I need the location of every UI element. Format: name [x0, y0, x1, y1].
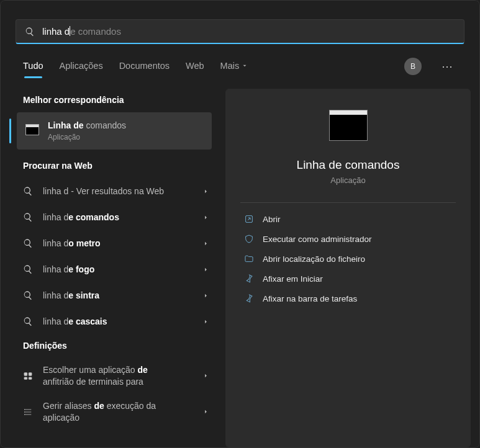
- cmd-icon: [25, 124, 39, 138]
- section-settings: Definições: [9, 334, 218, 358]
- terminal-settings-icon: [23, 371, 33, 381]
- web-result-1[interactable]: linha de comandos: [9, 204, 218, 230]
- preview-app-icon: [329, 110, 368, 141]
- action-label: Executar como administrador: [263, 235, 372, 244]
- tab-more[interactable]: Mais: [220, 61, 248, 78]
- action-label: Afixar na barra de tarefas: [263, 294, 357, 303]
- open-icon: [244, 214, 254, 224]
- chevron-right-icon: [202, 372, 209, 379]
- action-open[interactable]: Abrir: [240, 209, 456, 229]
- chevron-right-icon: [202, 266, 209, 273]
- divider: [240, 202, 456, 203]
- action-label: Abrir: [263, 215, 281, 224]
- chevron-right-icon: [202, 188, 209, 195]
- action-pin-start[interactable]: Afixar em Iniciar: [240, 269, 456, 289]
- shield-icon: [244, 234, 254, 244]
- results-list: Melhor correspondência Linha de comandos…: [9, 89, 218, 447]
- search-icon: [23, 290, 33, 300]
- search-icon: [23, 238, 33, 248]
- pin-icon: [244, 274, 254, 284]
- section-best-match: Melhor correspondência: [9, 89, 218, 112]
- action-run-admin[interactable]: Executar como administrador: [240, 229, 456, 249]
- action-pin-taskbar[interactable]: Afixar na barra de tarefas: [240, 289, 456, 308]
- more-options-button[interactable]: ⋯: [438, 60, 457, 73]
- result-text: linha de sintra: [43, 290, 202, 302]
- search-icon: [23, 212, 33, 222]
- web-result-2[interactable]: linha do metro: [9, 230, 218, 256]
- settings-result-1[interactable]: Gerir aliases de execução daaplicação: [9, 394, 218, 430]
- svg-point-7: [24, 409, 25, 410]
- search-icon: [23, 316, 33, 326]
- search-icon: [25, 27, 35, 37]
- search-input[interactable]: linha de comandos: [42, 26, 455, 37]
- list-settings-icon: [23, 407, 33, 417]
- search-icon: [23, 264, 33, 274]
- result-text: linha de cascais: [43, 316, 202, 328]
- action-label: Afixar em Iniciar: [263, 274, 323, 284]
- action-label: Abrir localização do ficheiro: [263, 254, 365, 264]
- tab-more-label: Mais: [220, 61, 240, 71]
- filter-tabs: Tudo Aplicações Documentos Web Mais B ⋯: [1, 44, 479, 81]
- web-result-5[interactable]: linha de cascais: [9, 308, 218, 334]
- svg-point-8: [24, 411, 25, 412]
- search-icon: [23, 186, 33, 196]
- result-best-match[interactable]: Linha de comandos Aplicação: [17, 112, 212, 150]
- folder-icon: [244, 254, 254, 264]
- svg-rect-0: [24, 373, 27, 376]
- tab-documents[interactable]: Documentos: [119, 61, 170, 78]
- search-typed-text: linha d: [42, 26, 70, 37]
- section-web-search: Procurar na Web: [9, 155, 218, 178]
- tab-web[interactable]: Web: [186, 61, 204, 78]
- result-text: linha d - Ver resultados na Web: [43, 186, 202, 197]
- preview-subtitle: Aplicação: [240, 176, 456, 185]
- svg-rect-3: [29, 377, 32, 379]
- search-ghost-text: e comandos: [70, 26, 121, 37]
- result-text: Gerir aliases de execução daaplicação: [43, 400, 202, 424]
- action-open-location[interactable]: Abrir localização do ficheiro: [240, 249, 456, 269]
- svg-rect-1: [29, 373, 32, 376]
- pin-icon: [244, 293, 254, 303]
- tab-apps[interactable]: Aplicações: [60, 61, 103, 78]
- web-result-0[interactable]: linha d - Ver resultados na Web: [9, 178, 218, 204]
- chevron-right-icon: [202, 240, 209, 247]
- web-result-3[interactable]: linha de fogo: [9, 256, 218, 282]
- preview-title: Linha de comandos: [240, 158, 456, 172]
- result-subtitle: Aplicação: [48, 132, 203, 142]
- result-title: Linha de comandos: [48, 120, 203, 132]
- result-text: linha do metro: [43, 238, 202, 249]
- settings-result-0[interactable]: Escolher uma aplicação deanfitrião de te…: [9, 358, 218, 394]
- chevron-down-icon: [242, 63, 248, 69]
- user-avatar[interactable]: B: [404, 58, 422, 75]
- result-text: Escolher uma aplicação deanfitrião de te…: [43, 364, 202, 388]
- preview-pane: Linha de comandos Aplicação Abrir Execut…: [225, 89, 471, 447]
- svg-point-9: [24, 414, 25, 414]
- result-text: linha de comandos: [43, 212, 202, 223]
- chevron-right-icon: [202, 292, 209, 299]
- svg-rect-2: [24, 377, 27, 379]
- tab-all[interactable]: Tudo: [23, 61, 43, 78]
- chevron-right-icon: [202, 214, 209, 221]
- chevron-right-icon: [202, 318, 209, 325]
- search-bar[interactable]: linha de comandos: [16, 19, 464, 44]
- chevron-right-icon: [202, 408, 209, 415]
- web-result-4[interactable]: linha de sintra: [9, 282, 218, 308]
- result-text: linha de fogo: [43, 264, 202, 276]
